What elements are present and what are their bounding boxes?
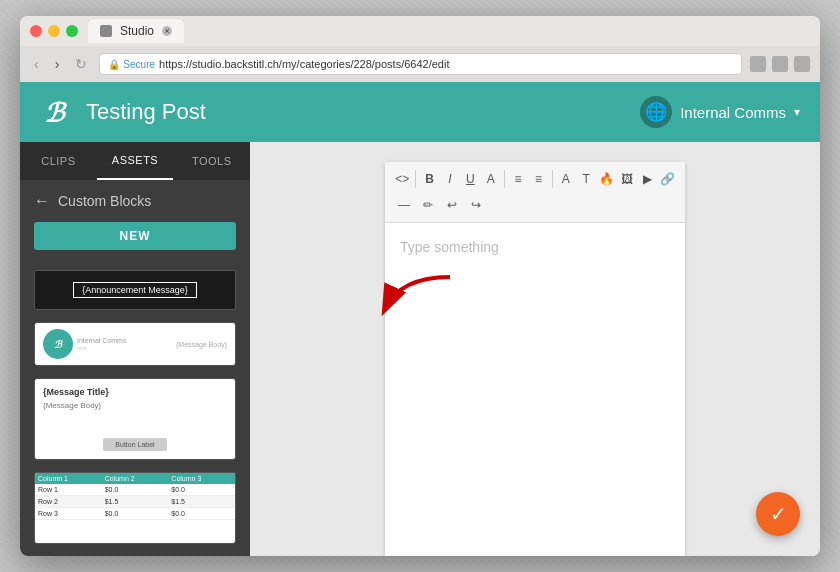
block-item-announcement[interactable]: {Announcement Message} <box>34 270 236 310</box>
block-preview-table: Column 1 Column 2 Column 3 Row 1 $0.0 $0… <box>35 473 235 543</box>
separator <box>552 170 553 188</box>
code-button[interactable]: <> <box>393 168 411 190</box>
secure-badge: 🔒 <box>108 59 120 70</box>
toolbar-row-1: <> B I U A ≡ ≡ A T 🔥 <box>393 168 677 190</box>
sidebar-tab-clips[interactable]: CLIPS <box>20 142 97 180</box>
url-text: https://studio.backstitl.ch/my/categorie… <box>159 58 449 70</box>
main-layout: CLIPS ASSETS TOOLS ← Custom Blocks NEW <box>20 142 820 556</box>
maximize-button[interactable] <box>66 25 78 37</box>
image-button[interactable]: 🖼 <box>618 168 636 190</box>
block-3-button: Button Label <box>103 438 166 451</box>
logo-icon: ℬ <box>40 94 76 130</box>
extension-icon[interactable] <box>772 56 788 72</box>
tab-area: Studio × <box>78 19 810 43</box>
table-row: Row 3 $0.0 $0.0 <box>35 508 235 520</box>
traffic-lights <box>30 25 78 37</box>
separator <box>415 170 416 188</box>
text-size-button[interactable]: T <box>577 168 595 190</box>
bookmark-icon[interactable] <box>750 56 766 72</box>
block-preview-message-body: ℬ Internal Commstest {Message Body} <box>35 323 235 365</box>
list-ordered-button[interactable]: ≡ <box>509 168 527 190</box>
undo-button[interactable]: ↩ <box>441 194 463 216</box>
org-name: Internal Comms <box>680 104 786 121</box>
menu-icon[interactable] <box>794 56 810 72</box>
forward-button[interactable]: › <box>51 54 64 74</box>
editor-panel: <> B I U A ≡ ≡ A T 🔥 <box>385 162 685 556</box>
sidebar-tab-assets[interactable]: ASSETS <box>97 142 174 180</box>
block-preview-message-full: {Message Title} {Message Body} Button La… <box>35 379 235 459</box>
text-color-button[interactable]: A <box>556 168 574 190</box>
fab-icon: ✓ <box>770 502 787 526</box>
tab-favicon <box>100 25 112 37</box>
editor-area: <> B I U A ≡ ≡ A T 🔥 <box>250 142 820 556</box>
list-unordered-button[interactable]: ≡ <box>529 168 547 190</box>
block-3-body: {Message Body} <box>43 401 227 410</box>
table-row: Row 2 $1.5 $1.5 <box>35 496 235 508</box>
block-item-message-full[interactable]: {Message Title} {Message Body} Button La… <box>34 378 236 460</box>
video-button[interactable]: ▶ <box>638 168 656 190</box>
blocks-list: {Announcement Message} ℬ Internal Commst… <box>20 264 250 556</box>
browser-tab[interactable]: Studio × <box>88 19 184 43</box>
address-input[interactable]: 🔒 Secure https://studio.backstitl.ch/my/… <box>99 53 742 75</box>
secure-label: Secure <box>123 59 155 70</box>
toolbar-row-2: — ✏ ↩ ↪ <box>393 194 677 216</box>
block-preview-announcement: {Announcement Message} <box>35 271 235 309</box>
bold-button[interactable]: B <box>420 168 438 190</box>
app-logo: ℬ Testing Post <box>40 94 206 130</box>
editor-content[interactable]: Type something <box>385 223 685 556</box>
dropdown-arrow[interactable]: ▾ <box>794 105 800 119</box>
section-header: ← Custom Blocks <box>20 180 250 222</box>
announcement-label: {Announcement Message} <box>73 282 197 298</box>
block-4-table: Column 1 Column 2 Column 3 Row 1 $0.0 $0… <box>35 473 235 520</box>
section-title: Custom Blocks <box>58 193 151 209</box>
separator <box>504 170 505 188</box>
back-arrow-icon[interactable]: ← <box>34 192 50 210</box>
globe-icon: 🌐 <box>640 96 672 128</box>
block-3-title: {Message Title} <box>43 387 227 397</box>
sidebar: CLIPS ASSETS TOOLS ← Custom Blocks NEW <box>20 142 250 556</box>
svg-text:ℬ: ℬ <box>44 98 68 128</box>
redo-button[interactable]: ↪ <box>465 194 487 216</box>
fab-button[interactable]: ✓ <box>756 492 800 536</box>
align-left-button[interactable]: A <box>482 168 500 190</box>
title-bar: Studio × <box>20 16 820 46</box>
minimize-button[interactable] <box>48 25 60 37</box>
block-item-message-body[interactable]: ℬ Internal Commstest {Message Body} <box>34 322 236 366</box>
pen-button[interactable]: ✏ <box>417 194 439 216</box>
app-header: ℬ Testing Post 🌐 Internal Comms ▾ <box>20 82 820 142</box>
app-title: Testing Post <box>86 99 206 125</box>
table-row: Row 1 $0.0 $0.0 <box>35 484 235 496</box>
address-bar: ‹ › ↻ 🔒 Secure https://studio.backstitl.… <box>20 46 820 82</box>
italic-button[interactable]: I <box>441 168 459 190</box>
browser-actions <box>750 56 810 72</box>
close-button[interactable] <box>30 25 42 37</box>
editor-toolbar: <> B I U A ≡ ≡ A T 🔥 <box>385 162 685 223</box>
hr-button[interactable]: — <box>393 194 415 216</box>
back-button[interactable]: ‹ <box>30 54 43 74</box>
tab-title: Studio <box>120 24 154 38</box>
sidebar-tab-tools[interactable]: TOOLS <box>173 142 250 180</box>
table-header: Column 1 Column 2 Column 3 <box>35 473 235 484</box>
reload-button[interactable]: ↻ <box>71 54 91 74</box>
header-right: 🌐 Internal Comms ▾ <box>640 96 800 128</box>
browser-window: Studio × ‹ › ↻ 🔒 Secure https://studio.b… <box>20 16 820 556</box>
emoji-button[interactable]: 🔥 <box>597 168 615 190</box>
app-content: ℬ Testing Post 🌐 Internal Comms ▾ CLIPS <box>20 82 820 556</box>
tab-close-button[interactable]: × <box>162 26 172 36</box>
editor-placeholder: Type something <box>400 239 499 255</box>
new-button[interactable]: NEW <box>34 222 236 250</box>
block-item-table[interactable]: Column 1 Column 2 Column 3 Row 1 $0.0 $0… <box>34 472 236 544</box>
sidebar-tabs: CLIPS ASSETS TOOLS <box>20 142 250 180</box>
link-button[interactable]: 🔗 <box>659 168 677 190</box>
underline-button[interactable]: U <box>461 168 479 190</box>
